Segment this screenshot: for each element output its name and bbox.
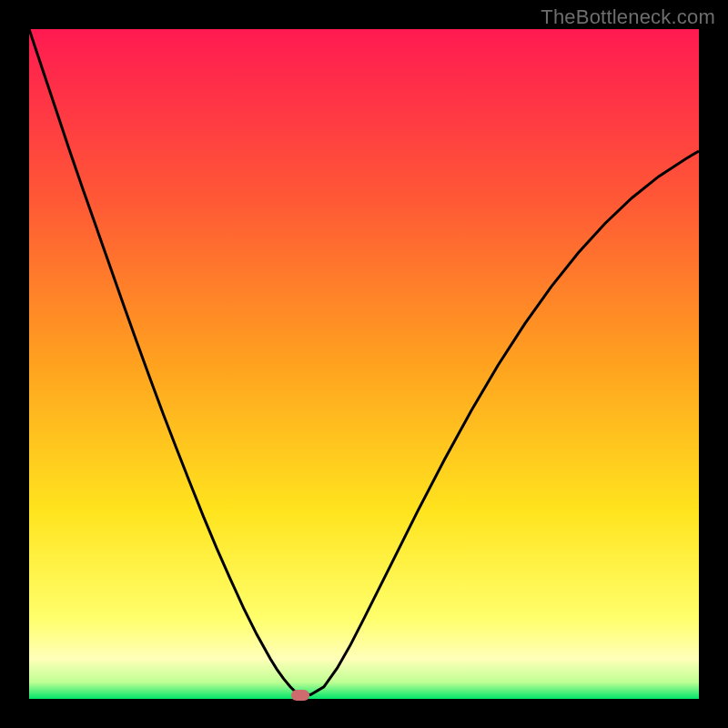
watermark-text: TheBottleneck.com	[541, 5, 715, 29]
plot-area	[29, 29, 699, 699]
chart-frame: TheBottleneck.com	[0, 0, 728, 728]
chart-background	[29, 29, 699, 699]
chart-svg	[29, 29, 699, 699]
optimal-point-marker	[291, 690, 309, 701]
